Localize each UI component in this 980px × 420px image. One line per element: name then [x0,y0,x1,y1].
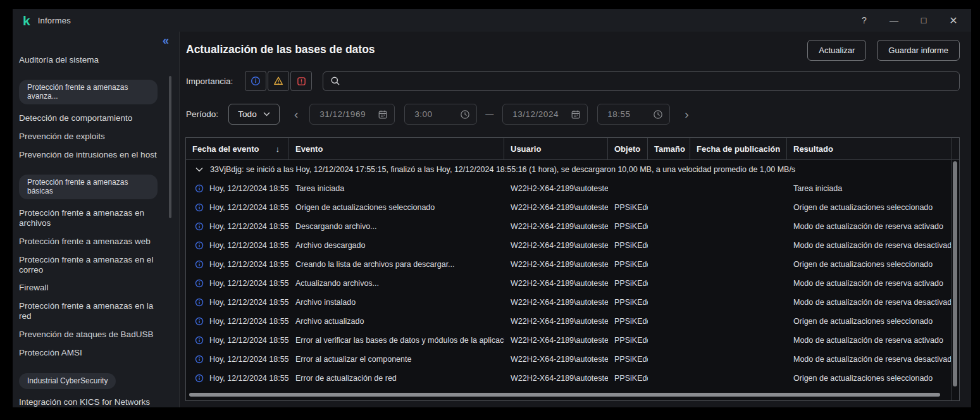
help-icon[interactable]: ? [859,15,869,25]
event-time: Hoy, 12/12/2024 18:55:15 [209,317,289,326]
col-header-evento[interactable]: Evento [289,138,504,159]
sidebar-item[interactable]: Protección frente a amenazas en el corre… [19,250,158,279]
user-cell: W22H2-X64-2189\autotester [504,241,608,250]
sidebar-item-label: Auditoría del sistema [19,55,99,65]
chevron-down-icon [263,112,270,116]
info-icon [195,317,204,326]
event-time-cell: Hoy, 12/12/2024 18:55:15 [186,260,289,269]
sidebar-item[interactable]: Detección de comportamiento [19,109,158,127]
chevron-down-icon [195,167,203,172]
table-row[interactable]: Hoy, 12/12/2024 18:55:15 Archivo instala… [186,293,959,312]
sidebar-item[interactable]: Protección frente a amenazas en archivos [19,204,158,232]
sidebar-item[interactable]: Auditoría del sistema [19,51,158,69]
user-cell: W22H2-X64-2189\autotester [504,336,608,345]
sidebar-item[interactable]: Protección frente a amenazas en la red [19,297,158,326]
sidebar-item[interactable]: Prevención de intrusiones en el host [19,145,158,164]
object-cell: PPSiKEdq [608,355,648,364]
search-input[interactable] [346,77,952,86]
sidebar-item-label: Protección frente a amenazas en la red [19,301,153,321]
title-bar: k Informes ? — □ ✕ [13,9,971,32]
sidebar-item[interactable]: Prevención de exploits [19,127,158,145]
sidebar-item[interactable]: Protección AMSI [19,344,158,362]
time-to-input[interactable]: 18:55 [597,104,670,125]
sidebar-item[interactable]: Prevención de ataques de BadUSB [19,326,158,344]
event-time-cell: Hoy, 12/12/2024 18:55:15 [186,222,289,231]
horizontal-scrollbar[interactable] [189,393,940,397]
col-header-objeto[interactable]: Objeto [608,138,648,159]
sidebar-item[interactable]: Protección frente a amenazas web [19,232,158,250]
event-time-cell: Hoy, 12/12/2024 18:55:15 [186,184,289,193]
importance-critical-button[interactable] [290,71,312,91]
info-icon [195,184,204,193]
clock-icon [460,109,470,120]
range-separator: — [485,109,493,119]
period-select[interactable]: Todo [228,104,280,125]
importance-warning-button[interactable] [268,71,289,91]
col-header-tamano[interactable]: Tamaño [648,138,690,159]
table-row[interactable]: Hoy, 12/12/2024 18:55:15 Error al verifi… [186,331,959,350]
result-cell: Modo de actualización de reserva activad… [787,279,951,288]
date-to-input[interactable]: 13/12/2024 [502,104,588,125]
minimize-icon[interactable]: — [889,15,899,25]
close-icon[interactable]: ✕ [948,15,958,27]
app-window: k Informes ? — □ ✕ « Auditoría del siste… [13,9,971,407]
period-prev-icon[interactable]: ‹ [292,108,301,120]
user-cell: W22H2-X64-2189\autotester [504,279,608,288]
event-time: Hoy, 12/12/2024 18:55:15 [209,279,289,288]
table-row[interactable]: Hoy, 12/12/2024 18:55:15 Tarea iniciada … [186,179,959,198]
table-row[interactable]: Hoy, 12/12/2024 18:55:15 Actualizando ar… [186,274,959,293]
sidebar-item-label: Integración con KICS for Networks [19,397,150,407]
sidebar-item-label: Protección frente a amenazas básicas [19,175,158,199]
table-row[interactable]: Hoy, 12/12/2024 18:55:15 Error al actual… [186,350,959,369]
time-from-input[interactable]: 3:00 [404,104,477,125]
user-cell: W22H2-X64-2189\autotester [504,355,608,364]
sidebar-item[interactable]: Protección frente a amenazas básicas [19,170,158,204]
object-cell: PPSiKEdq [608,298,648,307]
task-group-summary: 33VjBdjg: se inició a las Hoy, 12/12/202… [210,165,795,174]
sidebar-item-label: Protección frente a amenazas en el corre… [19,255,153,275]
importance-info-button[interactable] [245,71,266,91]
object-cell: PPSiKEdq [608,222,648,231]
table-header: Fecha del evento ↓ Evento Usuario Objeto… [186,138,959,160]
update-button[interactable]: Actualizar [807,40,866,61]
sidebar-item[interactable]: Firewall [19,279,158,297]
event-cell: Archivo actualizado [289,317,504,326]
event-cell: Descargando archivo... [289,222,504,231]
sidebar-item[interactable]: Protección frente a amenazas avanza... [19,75,158,109]
col-header-fecha-publicacion[interactable]: Fecha de publicación [690,138,787,159]
sidebar: « Auditoría del sistema Protección frent… [13,32,179,407]
sidebar-item[interactable]: Integración con KICS for Networks [19,393,158,407]
page-title: Actualización de las bases de datos [186,43,375,56]
sidebar-item[interactable]: Industrial CyberSecurity [19,369,158,393]
table-row[interactable]: Hoy, 12/12/2024 18:55:15 Archivo actuali… [186,312,959,331]
user-cell: W22H2-X64-2189\autotester [504,203,608,212]
period-next-icon[interactable]: › [682,108,691,120]
info-icon [195,374,204,383]
table-row[interactable]: Hoy, 12/12/2024 18:55:15 Archivo descarg… [186,236,959,255]
save-report-button[interactable]: Guardar informe [877,40,960,61]
event-time: Hoy, 12/12/2024 18:55:15 [209,241,289,250]
table-row[interactable]: Hoy, 12/12/2024 18:55:15 Origen de actua… [186,198,959,217]
table-row[interactable]: Hoy, 12/12/2024 18:55:15 Descargando arc… [186,217,959,236]
object-cell: PPSiKEdq [608,279,648,288]
sidebar-scrollbar[interactable] [169,76,171,218]
task-group-row[interactable]: 33VjBdjg: se inició a las Hoy, 12/12/202… [186,160,959,179]
sidebar-collapse-icon[interactable]: « [163,34,169,47]
event-cell: Error al actualizar el componente [289,355,504,364]
date-from-input[interactable]: 31/12/1969 [309,104,395,125]
calendar-icon [378,109,388,120]
maximize-icon[interactable]: □ [919,15,929,25]
result-cell: Origen de actualizaciones seleccionado [787,260,951,269]
vertical-scrollbar[interactable] [953,161,957,386]
sidebar-list: Auditoría del sistema Protección frente … [13,51,179,407]
col-header-resultado[interactable]: Resultado [787,138,951,159]
col-header-usuario[interactable]: Usuario [504,138,608,159]
event-time: Hoy, 12/12/2024 18:55:15 [209,374,289,383]
table-row[interactable]: Hoy, 12/12/2024 18:55:15 Error de actual… [186,369,959,388]
clock-icon [653,109,663,120]
sidebar-item-label: Protección frente a amenazas avanza... [19,80,158,104]
table-row[interactable]: Hoy, 12/12/2024 18:55:15 Creando la list… [186,255,959,274]
event-time: Hoy, 12/12/2024 18:55:15 [209,298,289,307]
event-time-cell: Hoy, 12/12/2024 18:55:15 [186,336,289,345]
col-header-fecha-evento[interactable]: Fecha del evento ↓ [186,138,289,159]
